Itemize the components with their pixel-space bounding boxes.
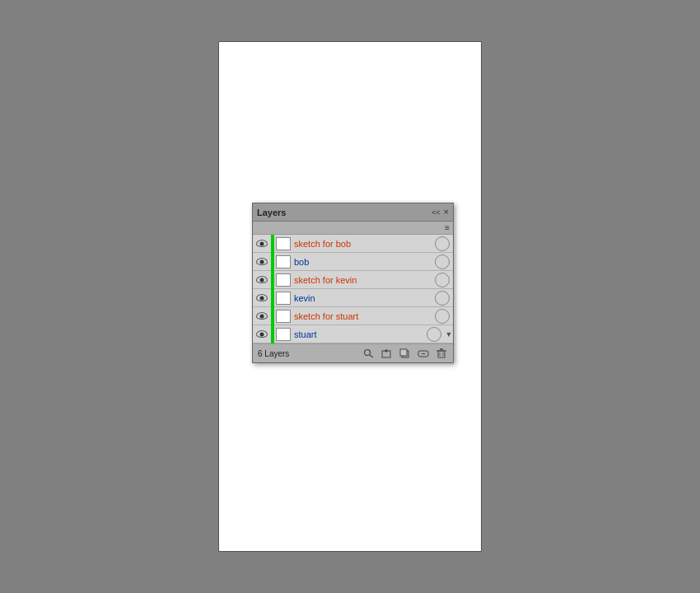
svg-rect-9	[438, 351, 445, 357]
scroll-arrow-icon: ▼	[446, 330, 453, 339]
layer-color-bar-5	[271, 307, 274, 325]
layer-row[interactable]: sketch for stuart	[253, 307, 453, 325]
layer-name-1: sketch for bob	[294, 239, 435, 249]
layer-visibility-circle-4[interactable]	[435, 291, 450, 306]
link-button[interactable]	[417, 348, 430, 359]
layer-eye-4[interactable]	[253, 294, 271, 301]
layer-thumbnail-2	[276, 255, 291, 268]
panel-titlebar: Layers << ×	[253, 203, 453, 222]
layer-thumbnail-3	[276, 273, 291, 287]
footer-icons	[362, 348, 448, 359]
layer-thumbnail-1	[276, 237, 291, 250]
svg-line-1	[370, 355, 373, 357]
layer-eye-2[interactable]	[253, 258, 271, 265]
delete-button[interactable]	[435, 348, 448, 359]
layer-visibility-circle-6[interactable]	[427, 327, 441, 342]
layer-eye-3[interactable]	[253, 276, 271, 283]
duplicate-icon	[399, 348, 411, 358]
layer-count-label: 6 Layers	[258, 349, 289, 358]
eye-icon	[256, 330, 268, 338]
close-button[interactable]: ×	[444, 208, 449, 217]
duplicate-button[interactable]	[399, 348, 412, 359]
layer-visibility-circle-1[interactable]	[435, 236, 450, 251]
scroll-indicator: ▼	[445, 330, 453, 339]
layer-row[interactable]: sketch for kevin	[253, 271, 453, 289]
search-icon	[363, 348, 375, 358]
add-layer-button[interactable]	[380, 348, 394, 359]
layer-thumbnail-5	[276, 310, 291, 323]
add-layer-icon	[381, 348, 393, 358]
layer-color-bar-4	[271, 289, 274, 307]
layer-color-bar-3	[271, 271, 274, 289]
layer-eye-1[interactable]	[253, 240, 271, 247]
svg-rect-6	[400, 349, 407, 356]
layer-row[interactable]: sketch for bob	[253, 235, 453, 253]
hamburger-icon: ≡	[445, 223, 450, 232]
collapse-button[interactable]: <<	[432, 208, 441, 217]
eye-icon	[256, 294, 268, 301]
layer-row[interactable]: bob	[253, 253, 453, 271]
layer-color-bar-6	[271, 325, 274, 343]
eye-icon	[256, 258, 268, 265]
layer-name-3: sketch for kevin	[294, 275, 435, 285]
panel-title: Layers	[257, 208, 286, 217]
layer-visibility-circle-3[interactable]	[435, 273, 450, 287]
layers-panel: Layers << × ≡ sketch for bob	[252, 203, 454, 363]
layer-eye-5[interactable]	[253, 312, 271, 320]
panel-footer: 6 Layers	[253, 343, 453, 362]
canvas-area: Layers << × ≡ sketch for bob	[218, 41, 482, 552]
eye-icon	[256, 312, 268, 320]
eye-icon	[256, 240, 268, 247]
panel-menu-icon-bar[interactable]: ≡	[253, 222, 453, 235]
layer-thumbnail-4	[276, 292, 291, 305]
layer-name-4: kevin	[294, 293, 435, 303]
layer-eye-6[interactable]	[253, 330, 271, 338]
link-icon	[418, 348, 429, 358]
layers-list: sketch for bob bob sketch fo	[253, 235, 453, 343]
search-button[interactable]	[362, 348, 376, 359]
layer-color-bar-1	[271, 235, 274, 253]
layer-visibility-circle-5[interactable]	[435, 309, 450, 324]
titlebar-controls: << ×	[432, 208, 449, 217]
layer-row[interactable]: kevin	[253, 289, 453, 307]
layer-color-bar-2	[271, 253, 274, 271]
trash-icon	[436, 348, 447, 358]
eye-icon	[256, 276, 268, 283]
layer-name-2: bob	[294, 257, 435, 267]
layer-row[interactable]: stuart ▼	[253, 325, 453, 343]
layer-visibility-circle-2[interactable]	[435, 254, 450, 269]
layer-name-6: stuart	[294, 329, 427, 339]
svg-point-0	[365, 350, 371, 356]
layer-name-5: sketch for stuart	[294, 311, 435, 321]
layer-thumbnail-6	[276, 328, 291, 341]
